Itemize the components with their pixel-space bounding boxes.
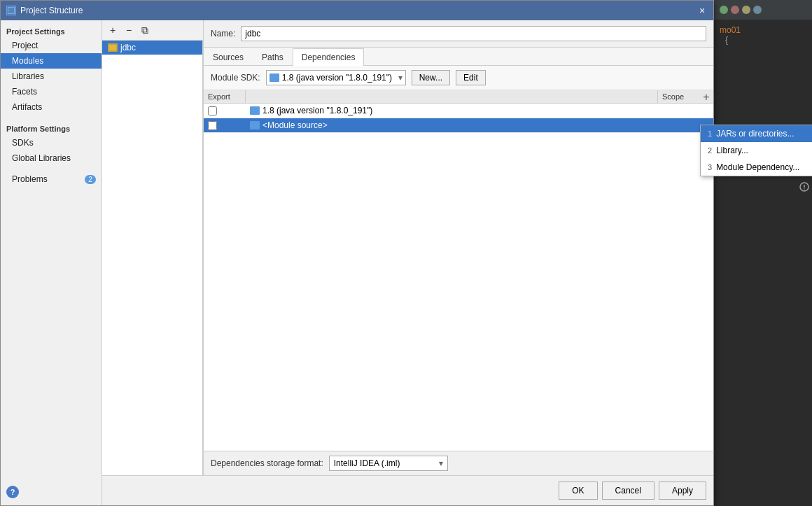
right-panel: Name: Sources Paths Dependencies Module … [204,20,713,475]
sidebar-item-sdks[interactable]: SDKs [1,135,102,150]
svg-rect-3 [109,45,116,50]
copy-module-button[interactable]: ⧉ [137,22,153,38]
dialog-buttons: OK Cancel Apply [102,475,713,505]
add-module-button[interactable]: + [105,22,120,38]
dep-checkbox-sdk[interactable] [208,106,217,115]
dep-check-sdk[interactable] [204,104,246,118]
name-label: Name: [211,29,235,38]
cancel-button[interactable]: Cancel [602,482,654,500]
svg-rect-1 [8,8,14,13]
dep-scope-sdk [657,108,713,113]
sidebar-item-project[interactable]: Project [1,38,102,53]
close-button[interactable]: × [696,5,708,16]
dep-check-module[interactable] [204,119,246,132]
deps-header: Export Scope + [204,90,713,104]
sidebar-item-artifacts[interactable]: Artifacts [1,99,102,115]
col-export-header: Export [204,90,246,103]
sdk-value: 1.8 (java version "1.8.0_191") [282,73,392,83]
sdk-new-button[interactable]: New... [412,70,450,85]
dialog-icon [6,6,16,15]
tab-dependencies[interactable]: Dependencies [293,48,365,66]
storage-label: Dependencies storage format: [211,458,323,468]
svg-point-4 [800,183,808,191]
apply-button[interactable]: Apply [659,482,706,500]
name-input[interactable] [241,26,706,41]
deps-table: Export Scope + [204,90,713,451]
svg-point-6 [804,188,805,190]
platform-settings-header: Platform Settings [1,120,102,135]
dep-row-module-source[interactable]: <Module source> [204,118,713,133]
ok-button[interactable]: OK [559,482,597,500]
problems-badge: 2 [85,175,96,184]
remove-module-button[interactable]: − [121,22,136,38]
sidebar-item-global-libraries[interactable]: Global Libraries [1,150,102,166]
sidebar-item-problems[interactable]: Problems 2 [1,171,102,187]
sdk-dropdown[interactable]: 1.8 (java version "1.8.0_191") ▾ [266,70,406,85]
name-row: Name: [204,20,713,48]
sdk-chevron-icon: ▾ [398,73,402,83]
dropdown-item-module-dep[interactable]: 3 Module Dependency... [701,159,812,176]
project-settings-header: Project Settings [1,23,102,38]
sdk-edit-button[interactable]: Edit [456,70,486,85]
sidebar-item-libraries[interactable]: Libraries [1,69,102,84]
module-panel: + − ⧉ jdbc [102,20,204,475]
tab-sources[interactable]: Sources [204,48,253,66]
storage-chevron-icon: ▾ [439,458,443,468]
dropdown-item-library[interactable]: 2 Library... [701,142,812,159]
help-icon[interactable]: ? [6,486,19,498]
col-name-header [246,90,657,103]
dep-checkbox-module[interactable] [208,121,217,130]
module-icon [108,43,118,52]
add-dep-button[interactable]: + [699,90,713,104]
module-list: jdbc [102,41,203,475]
sidebar: Project Settings Project Modules Librari… [1,20,102,505]
bottom-bar: Dependencies storage format: IntelliJ ID… [204,451,713,475]
module-item-jdbc[interactable]: jdbc [102,41,202,55]
sdk-dep-icon [250,106,260,115]
dropdown-item-jars[interactable]: 1 JARs or directories... [701,125,812,142]
sdk-icon [270,73,279,82]
tabs: Sources Paths Dependencies [204,48,713,66]
dep-name-module: <Module source> [246,118,657,132]
tab-paths[interactable]: Paths [253,48,293,66]
module-dep-icon [250,121,260,129]
dep-row-sdk[interactable]: 1.8 (java version "1.8.0_191") [204,104,713,118]
module-toolbar: + − ⧉ [102,20,203,41]
storage-dropdown[interactable]: IntelliJ IDEA (.iml) ▾ [329,456,448,471]
sdk-label: Module SDK: [211,73,260,83]
sidebar-item-facets[interactable]: Facets [1,84,102,99]
storage-value: IntelliJ IDEA (.iml) [334,458,400,468]
dep-name-sdk: 1.8 (java version "1.8.0_191") [246,104,657,118]
sdk-row: Module SDK: 1.8 (java version "1.8.0_191… [204,66,713,90]
sidebar-item-modules[interactable]: Modules [1,53,102,69]
add-dep-dropdown: 1 JARs or directories... 2 Library... 3 … [700,125,812,176]
title-bar: Project Structure × [1,1,713,20]
dialog-title: Project Structure [20,6,83,15]
